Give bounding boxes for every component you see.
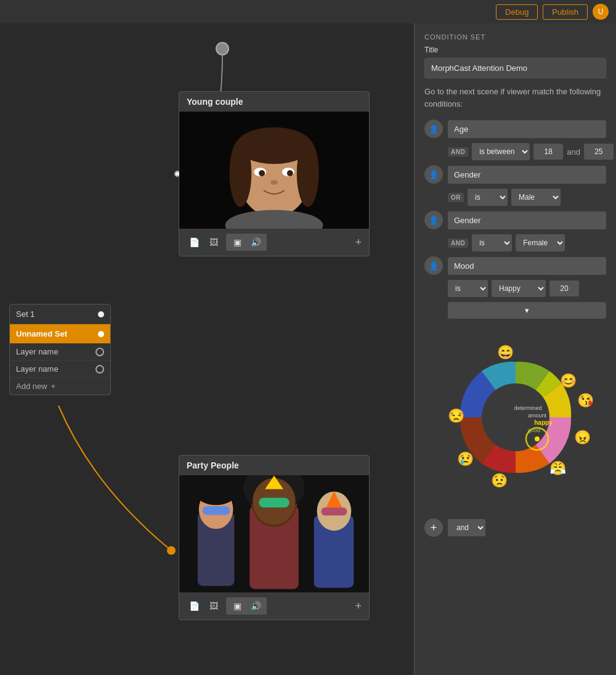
age-operator-select[interactable]: is between is is not <box>472 143 530 160</box>
and-badge-2: AND <box>448 239 468 248</box>
age-min-input[interactable] <box>533 144 563 160</box>
left-panel: Set 1 Unnamed Set Layer name Layer name … <box>9 304 111 395</box>
layer2-circle <box>95 365 104 374</box>
add-new-label: Add new <box>16 382 47 391</box>
young-woman-illustration <box>179 112 369 229</box>
scene2-add-button[interactable]: + <box>355 600 362 613</box>
svg-rect-13 <box>249 213 298 229</box>
title-label: Title <box>424 46 606 54</box>
emoji-meh: 😒 <box>448 407 465 424</box>
svg-point-31 <box>535 436 540 441</box>
gender1-value-select[interactable]: Male Female <box>511 189 561 206</box>
wheel-label-determined: determined <box>514 405 541 411</box>
emoji-angry: 😠 <box>574 429 591 446</box>
age-max-input[interactable] <box>584 144 614 160</box>
unnamed-set-label: Unnamed Set <box>16 329 67 338</box>
layer-1-item[interactable]: Layer name <box>10 343 110 361</box>
gender1-icon: 👤 <box>424 165 443 184</box>
top-connector-node <box>216 42 229 55</box>
scene1-media-group: ▣ 🔊 <box>226 234 267 251</box>
condition-age-row: 👤 Age Gender Mood <box>424 120 606 138</box>
age-field-select[interactable]: Age Gender Mood <box>448 120 606 138</box>
gender2-field-select[interactable]: Gender Age Mood <box>448 211 606 229</box>
wheel-label-amount: amount <box>527 412 546 419</box>
layer-2-item[interactable]: Layer name <box>10 361 110 378</box>
svg-rect-17 <box>203 506 230 515</box>
scene-card-1-title: Young couple <box>179 92 369 112</box>
scene-card-party-people: Party People <box>179 455 370 620</box>
title-input[interactable] <box>424 58 606 78</box>
top-bar: Debug Publish U <box>0 0 616 23</box>
layer1-label: Layer name <box>16 347 59 356</box>
emoji-crying: 😢 <box>457 451 474 467</box>
condition-mood-row: 👤 Mood Age Gender <box>424 256 606 275</box>
svg-rect-28 <box>322 507 347 515</box>
emoji-laugh: 😄 <box>497 344 514 361</box>
svg-point-5 <box>229 139 251 207</box>
scene-card-1-image <box>179 112 369 229</box>
right-panel: CONDITION SET Title Go to the next scene… <box>414 23 616 675</box>
scene-card-young-couple: Young couple <box>179 91 370 256</box>
mood-field-select[interactable]: Mood Age Gender <box>448 257 606 275</box>
panel-section-title: CONDITION SET <box>424 33 606 41</box>
emoji-happy: 😊 <box>560 372 577 389</box>
publish-button[interactable]: Publish <box>543 4 588 20</box>
condition-gender2-row: 👤 Gender Age Mood <box>424 211 606 229</box>
gender1-field-select[interactable]: Gender Age Mood <box>448 166 606 184</box>
mood-operator-select[interactable]: is is not <box>448 280 488 297</box>
svg-point-18 <box>197 483 236 505</box>
and-badge-1: AND <box>448 147 468 157</box>
emoji-kiss: 😘 <box>577 392 594 409</box>
emoji-frustrated: 😤 <box>549 460 567 477</box>
canvas-area: Young couple <box>0 23 414 675</box>
emotion-wheel-container: determined amount happy good 😊 😘 😠 😤 😟 😢… <box>429 331 602 504</box>
unnamed-set-row[interactable]: Unnamed Set <box>10 324 110 343</box>
gender2-operator-select[interactable]: is is not <box>472 234 512 252</box>
svg-point-9 <box>259 170 265 176</box>
scene1-doc-icon[interactable]: 📄 <box>187 235 201 250</box>
panel-description: Go to the next scene if viewer match the… <box>424 86 606 110</box>
set-header: Set 1 <box>10 305 110 324</box>
add-new-row[interactable]: Add new + <box>10 378 110 395</box>
layer2-label: Layer name <box>16 364 59 374</box>
mood-amount-input[interactable] <box>549 280 579 297</box>
gender2-value-select[interactable]: Female Male <box>516 234 565 252</box>
avatar[interactable]: U <box>593 4 609 20</box>
scene1-video-icon[interactable]: ▣ <box>230 235 245 250</box>
mood-value-select[interactable]: Happy Sad Angry Surprised <box>492 280 546 297</box>
scene2-media-group: ▣ 🔊 <box>226 597 267 615</box>
scene-card-1-toolbar: 📄 🖼 ▣ 🔊 + <box>179 229 369 256</box>
wheel-label-happy: happy <box>534 419 553 426</box>
age-condition-icon: 👤 <box>424 120 443 138</box>
svg-point-10 <box>287 170 293 176</box>
scene2-video-icon[interactable]: ▣ <box>230 599 245 613</box>
bottom-and-select[interactable]: and or <box>448 519 485 536</box>
wheel-label-good: good <box>527 427 540 433</box>
add-new-plus: + <box>51 382 56 391</box>
svg-rect-23 <box>259 497 290 507</box>
scene1-image-icon[interactable]: 🖼 <box>206 235 221 250</box>
mood-expand-button[interactable]: ▾ <box>448 302 606 319</box>
svg-point-11 <box>270 180 278 185</box>
layer1-circle <box>95 348 104 356</box>
emotion-wheel-svg: determined amount happy good 😊 😘 😠 😤 😟 😢… <box>429 331 602 504</box>
and-text: and <box>567 147 580 157</box>
gender1-operator-select[interactable]: is is not <box>468 189 508 206</box>
scene-card-2-title: Party People <box>179 456 369 475</box>
gender2-icon: 👤 <box>424 211 443 229</box>
emoji-sad: 😟 <box>491 472 508 489</box>
unnamed-set-dot <box>98 331 104 337</box>
scene2-audio-icon[interactable]: 🔊 <box>248 599 263 613</box>
condition-gender1-row: 👤 Gender Age Mood <box>424 165 606 184</box>
scene-card-2-toolbar: 📄 🖼 ▣ 🔊 + <box>179 592 369 620</box>
set1-label: Set 1 <box>16 309 34 319</box>
scene1-audio-icon[interactable]: 🔊 <box>248 235 263 250</box>
svg-point-6 <box>297 139 319 207</box>
scene-card-2-image <box>179 475 369 592</box>
debug-button[interactable]: Debug <box>496 4 538 20</box>
scene1-add-button[interactable]: + <box>355 236 362 249</box>
add-condition-button[interactable]: + <box>424 518 443 537</box>
scene2-doc-icon[interactable]: 📄 <box>187 599 201 613</box>
scene2-image-icon[interactable]: 🖼 <box>206 599 221 613</box>
bottom-action-row: + and or <box>424 513 606 537</box>
